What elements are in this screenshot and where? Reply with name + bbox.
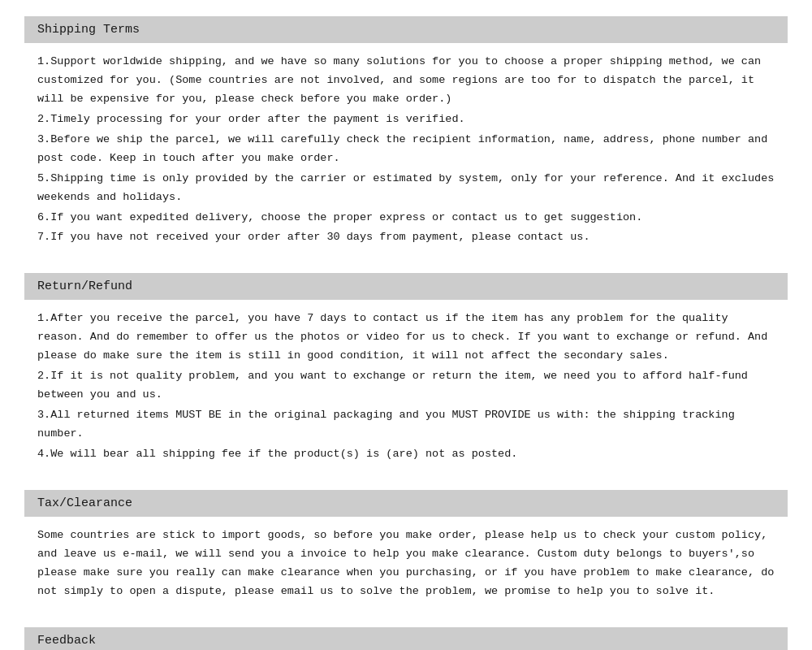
section-feedback: FeedbackFive stars are our power to do b… [24, 627, 788, 650]
paragraph-shipping-terms-3: 5.Shipping time is only provided by the … [37, 170, 775, 207]
content-shipping-terms: 1.Support worldwide shipping, and we hav… [24, 53, 788, 257]
paragraph-return-refund-0: 1.After you receive the parcel, you have… [37, 310, 775, 366]
paragraph-shipping-terms-0: 1.Support worldwide shipping, and we hav… [37, 53, 775, 109]
paragraph-return-refund-2: 3.All returned items MUST BE in the orig… [37, 406, 775, 444]
section-shipping-terms: Shipping Terms1.Support worldwide shippi… [24, 16, 788, 257]
page-container: Shipping Terms1.Support worldwide shippi… [24, 16, 788, 650]
paragraph-return-refund-1: 2.If it is not quality problem, and you … [37, 367, 775, 405]
header-feedback: Feedback [24, 627, 788, 650]
section-tax-clearance: Tax/ClearanceSome countries are stick to… [24, 490, 788, 611]
header-return-refund: Return/Refund [24, 273, 788, 300]
header-shipping-terms: Shipping Terms [24, 16, 788, 43]
content-tax-clearance: Some countries are stick to import goods… [24, 526, 788, 611]
paragraph-return-refund-3: 4.We will bear all shipping fee if the p… [37, 445, 775, 464]
header-tax-clearance: Tax/Clearance [24, 490, 788, 517]
paragraph-shipping-terms-4: 6.If you want expedited delivery, choose… [37, 209, 775, 228]
paragraph-shipping-terms-1: 2.Timely processing for your order after… [37, 110, 775, 129]
paragraph-shipping-terms-2: 3.Before we ship the parcel, we will car… [37, 131, 775, 168]
content-return-refund: 1.After you receive the parcel, you have… [24, 310, 788, 474]
section-return-refund: Return/Refund1.After you receive the par… [24, 273, 788, 474]
paragraph-tax-clearance-0: Some countries are stick to import goods… [37, 526, 775, 601]
paragraph-shipping-terms-5: 7.If you have not received your order af… [37, 228, 775, 247]
